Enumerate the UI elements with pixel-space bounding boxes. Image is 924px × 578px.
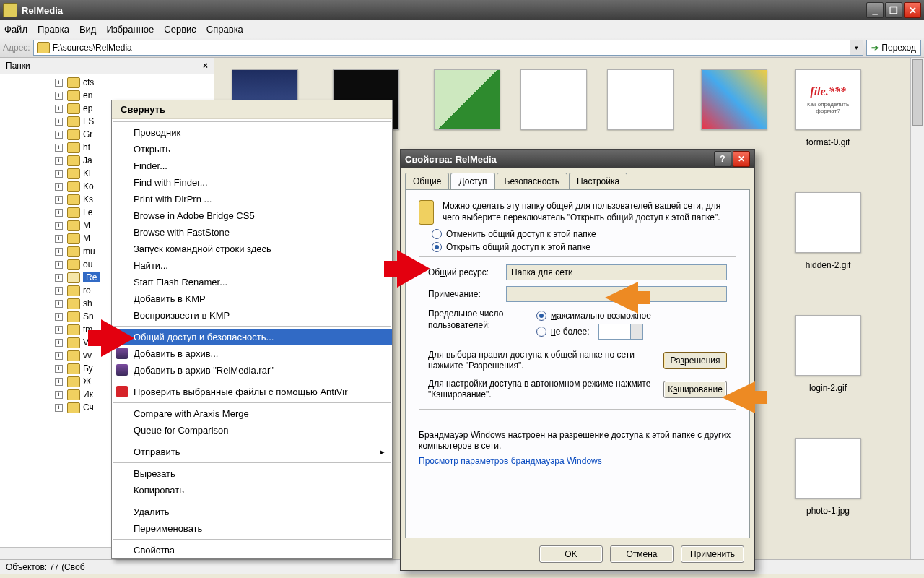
expand-icon[interactable]: + (55, 352, 63, 360)
expand-icon[interactable]: + (55, 209, 63, 217)
expand-icon[interactable]: + (55, 326, 63, 334)
maximize-button[interactable]: ❐ (885, 2, 902, 18)
ctx-add-archive[interactable]: Добавить в архив... (112, 345, 392, 362)
ctx-send-to[interactable]: Отправить (112, 444, 392, 460)
ctx-item[interactable]: Start Flash Renamer... (112, 274, 392, 290)
ctx-item[interactable]: Queue for Comparison (112, 422, 392, 439)
go-button[interactable]: ➔ Переход (866, 40, 921, 56)
ctx-item[interactable]: Переименовать (112, 520, 392, 537)
close-button[interactable]: ✕ (904, 2, 921, 18)
expand-icon[interactable]: + (55, 105, 63, 113)
ctx-item[interactable]: Finder... (112, 158, 392, 174)
ctx-item[interactable]: Воспроизвести в KMP (112, 307, 392, 324)
ok-button[interactable]: OK (539, 545, 603, 563)
expand-icon[interactable]: + (55, 274, 63, 282)
menu-file[interactable]: Файл (4, 24, 27, 35)
limit-label: Предельное число пользователей: (428, 308, 536, 342)
expand-icon[interactable]: + (55, 183, 63, 191)
ctx-item[interactable]: Проводник (112, 124, 392, 141)
expand-icon[interactable]: + (55, 300, 63, 308)
dialog-close-button[interactable]: ✕ (733, 151, 750, 167)
ctx-item[interactable]: Копировать (112, 482, 392, 499)
permissions-button[interactable]: Разрешения (663, 352, 727, 369)
dialog-title-bar[interactable]: Свойства: RelMedia ? ✕ (401, 150, 754, 168)
thumbnail[interactable]: hidden-2.gif (785, 192, 871, 270)
expand-icon[interactable]: + (55, 118, 63, 126)
folder-icon (67, 324, 80, 335)
expand-icon[interactable]: + (55, 365, 63, 373)
caching-button[interactable]: Кэширование (663, 381, 727, 398)
radio-icon (536, 327, 546, 337)
tab-general[interactable]: Общие (405, 173, 449, 189)
expand-icon[interactable]: + (55, 235, 63, 243)
expand-icon[interactable]: + (55, 248, 63, 256)
ctx-properties[interactable]: Свойства (112, 542, 392, 558)
thumbnail-caption: photo-1.jpg (785, 506, 871, 516)
radio-enable-share[interactable]: Открыть общий доступ к этой папке (432, 242, 736, 252)
ctx-add-archive-named[interactable]: Добавить в архив "RelMedia.rar" (112, 362, 392, 379)
callout-arrow-icon (722, 381, 755, 413)
expand-icon[interactable]: + (55, 391, 63, 399)
expand-icon[interactable]: + (55, 196, 63, 204)
ctx-share-security[interactable]: Общий доступ и безопасность... (112, 329, 392, 345)
expand-icon[interactable]: + (55, 287, 63, 295)
ctx-item[interactable]: Найти... (112, 257, 392, 274)
expand-icon[interactable]: + (55, 144, 63, 152)
dialog-help-button[interactable]: ? (714, 151, 731, 167)
address-input[interactable]: F:\sources\RelMedia (33, 40, 851, 56)
expand-icon[interactable]: + (55, 378, 63, 386)
expand-icon[interactable]: + (55, 339, 63, 347)
ctx-item[interactable]: Запуск командной строки здесь (112, 241, 392, 257)
share-name-input[interactable]: Папка для сети (506, 264, 727, 280)
tab-customize[interactable]: Настройка (569, 173, 627, 189)
radio-limit-users[interactable]: не более: (536, 324, 727, 340)
ctx-item[interactable]: Print with DirPrn ... (112, 191, 392, 207)
folder-icon (67, 155, 80, 166)
minimize-button[interactable]: _ (866, 2, 884, 18)
address-dropdown[interactable]: ▾ (850, 40, 863, 56)
ctx-item[interactable]: Добавить в KMP (112, 290, 392, 307)
tree-node-label: cfs (83, 77, 94, 87)
menu-view[interactable]: Вид (79, 24, 97, 35)
expand-icon[interactable]: + (55, 157, 63, 165)
folder-icon (67, 311, 80, 322)
menu-edit[interactable]: Правка (38, 24, 69, 35)
ctx-collapse[interactable]: Свернуть (112, 100, 392, 119)
main-scrollbar[interactable] (910, 58, 924, 559)
tree-node[interactable]: +cfs (0, 76, 214, 89)
properties-dialog: Свойства: RelMedia ? ✕ Общие Доступ Безо… (400, 149, 755, 571)
ctx-item[interactable]: Browse in Adobe Bridge CS5 (112, 207, 392, 224)
ctx-item[interactable]: Browse with FastStone (112, 224, 392, 241)
thumbnail[interactable]: photo-1.jpg (785, 438, 871, 516)
user-limit-spinner[interactable] (598, 324, 643, 340)
expand-icon[interactable]: + (55, 170, 63, 178)
expand-icon[interactable]: + (55, 222, 63, 230)
context-menu: Свернуть ПроводникОткрытьFinder...Find w… (111, 100, 393, 559)
cancel-button[interactable]: Отмена (610, 545, 674, 563)
menu-help[interactable]: Справка (206, 24, 243, 35)
expand-icon[interactable]: + (55, 261, 63, 269)
folder-icon (67, 129, 80, 140)
menu-tools[interactable]: Сервис (164, 24, 196, 35)
menu-favorites[interactable]: Избранное (106, 24, 154, 35)
ctx-item[interactable]: Открыть (112, 141, 392, 158)
ctx-item[interactable]: Find with Finder... (112, 174, 392, 191)
thumbnail[interactable]: file.*** Как определить формат? format-0… (785, 69, 871, 147)
thumbnail[interactable]: login-2.gif (785, 315, 871, 393)
apply-button[interactable]: Применить (681, 545, 744, 563)
radio-disable-share[interactable]: Отменить общий доступ к этой папке (432, 229, 736, 239)
ctx-item[interactable]: Вырезать (112, 465, 392, 482)
expand-icon[interactable]: + (55, 92, 63, 100)
expand-icon[interactable]: + (55, 131, 63, 139)
expand-icon[interactable]: + (55, 79, 63, 87)
ctx-item[interactable]: Удалить (112, 504, 392, 520)
sidebar-close-icon[interactable]: × (203, 61, 208, 71)
ctx-item[interactable]: Compare with Araxis Merge (112, 405, 392, 422)
tab-security[interactable]: Безопасность (497, 173, 568, 189)
expand-icon[interactable]: + (55, 404, 63, 412)
expand-icon[interactable]: + (55, 313, 63, 321)
firewall-link[interactable]: Просмотр параметров брандмауэра Windows (419, 456, 602, 466)
ctx-antivir[interactable]: Проверить выбранные файлы с помощью Anti… (112, 384, 392, 400)
address-path: F:\sources\RelMedia (53, 43, 132, 53)
tab-sharing[interactable]: Доступ (450, 173, 494, 189)
